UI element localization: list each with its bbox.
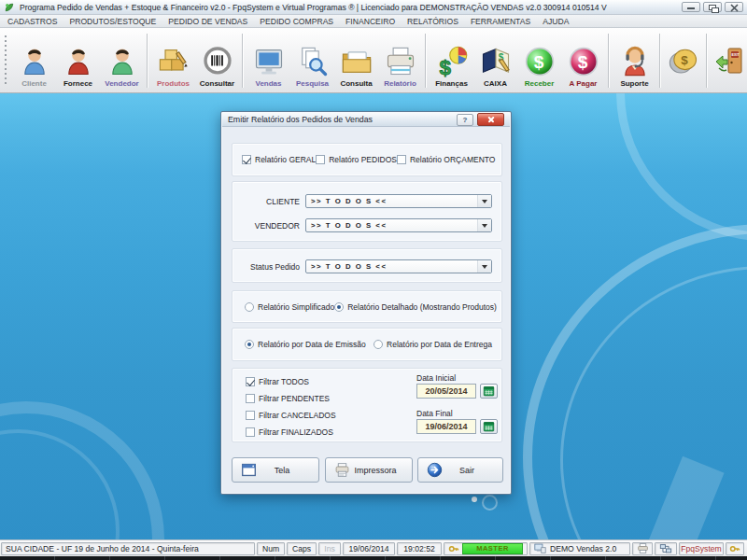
checkbox-filtrar-todos[interactable]: Filtrar TODOS [246,377,309,386]
bottom-strip [0,556,747,560]
dialog-title: Emitir Relatório dos Pedidos de Vendas [228,115,457,124]
checkbox-box [397,155,406,164]
toolbar-fornece-button[interactable]: Fornece [56,32,100,90]
dialog-help-button[interactable]: ? [457,114,473,126]
menu-financeiro[interactable]: FINANCEIRO [345,17,395,26]
network-icon [659,542,672,555]
emit-report-dialog: Emitir Relatório dos Pedidos de Vendas ?… [220,111,512,495]
menu-pedido-de-vendas[interactable]: PEDIDO DE VENDAS [168,17,247,26]
svg-text:$: $ [577,51,587,71]
toolbar-grip[interactable] [4,35,8,87]
sair-button[interactable]: Sair [417,457,503,483]
toolbar-cliente-button[interactable]: Cliente [12,32,56,90]
app-icon [4,2,15,13]
menu-ferramentas[interactable]: FERRAMENTAS [471,17,530,26]
window-close-button[interactable] [725,2,743,12]
status-app-name: DEMO Vendas 2.0 [529,542,630,555]
data-inicial-input[interactable]: 20/05/2014 [416,384,476,399]
menu-ajuda[interactable]: AJUDA [543,17,569,26]
receive-dollar-icon: $ [523,45,557,78]
data-final-label: Data Final [416,409,453,418]
toolbar-suporte-button[interactable]: Suporte [613,32,656,90]
key-icon [729,543,740,554]
checkbox-relatorio-pedidos[interactable]: Relatóro PEDIDOS [316,155,397,164]
application-window: Programa Pedido de Vendas + Estoque & Fi… [0,0,747,560]
toolbar-vendas-button[interactable]: Vendas [247,32,290,90]
products-boxes-icon [157,45,190,78]
checkbox-box [246,427,255,437]
toolbar-apagar-button[interactable]: $ A Pagar [561,32,605,90]
status-caps: Caps [287,542,317,555]
toolbar-vendedor-button[interactable]: Vendedor [100,32,144,90]
toolbar-separator [425,34,427,88]
checkbox-relatorio-geral[interactable]: Relatório GERAL [242,155,316,164]
toolbar-receber-button[interactable]: $ Receber [517,32,561,90]
status-ins: Ins [318,542,341,555]
menu-pedido-compras[interactable]: PEDIDO COMPRAS [260,17,333,26]
date-mode-group: Relatório por Data de Emissão Relatório … [232,328,502,361]
checkbox-box [242,155,251,164]
toolbar-separator [608,34,610,88]
status-user-level: MASTER [444,542,528,555]
exit-door-icon: EXIT [713,44,747,77]
status-key [726,542,744,555]
statusbar: SUA CIDADE - UF 19 de Junho de 2014 - Qu… [0,539,747,556]
cliente-select[interactable]: >> T O D O S << [305,194,492,208]
radio-relatorio-simplificado[interactable]: Relatório Simplificado [245,302,334,312]
toolbar-financas-button[interactable]: $ Finanças [430,32,473,90]
data-final-input[interactable]: 19/06/2014 [416,419,476,434]
svg-text:EXIT: EXIT [732,53,740,57]
radio-circle [245,340,254,349]
minimize-button[interactable] [682,2,700,12]
radio-circle [245,302,254,312]
status-network [655,542,677,555]
status-pedido-select[interactable]: >> T O D O S << [305,259,492,273]
chevron-down-icon [477,219,491,231]
query-folder-icon [340,45,374,78]
toolbar-produtos-button[interactable]: Produtos [151,32,195,90]
impressora-button[interactable]: Impressora [325,457,413,483]
status-printer [632,542,653,555]
checkbox-relatorio-orcamento[interactable]: Relatório ORÇAMENTO [397,155,495,164]
window-title: Programa Pedido de Vendas + Estoque & Fi… [20,3,676,12]
toolbar-pesquisa-button[interactable]: Pesquisa [290,32,334,90]
toolbar-relatorio-button[interactable]: Relatório [378,32,422,90]
checkbox-filtrar-finalizados[interactable]: Filtrar FINALIZADOS [246,427,333,437]
report-printer-icon [384,45,417,78]
restore-button[interactable] [703,2,722,12]
tela-button[interactable]: Tela [232,457,319,483]
detail-mode-group: Relatório Simplificado Relatório Detalha… [232,290,502,323]
data-inicial-calendar-button[interactable] [480,384,498,399]
toolbar-consulta-button[interactable]: Consulta [334,32,378,90]
checkbox-box [246,377,255,386]
status-location: SUA CIDADE - UF 19 de Junho de 2014 - Qu… [1,542,255,555]
radio-circle [374,340,383,349]
coin-icon: $ [667,44,700,77]
menu-produtos-estoque[interactable]: PRODUTOS/ESTOQUE [69,17,156,26]
toolbar-coin-button[interactable]: $ [664,32,703,90]
barcode-search-icon [201,45,234,78]
radio-data-emissao[interactable]: Relatório por Data de Emissão [245,340,366,349]
toolbar-separator [242,34,244,88]
menu-relatorios[interactable]: RELATÓRIOS [407,17,458,26]
search-documents-icon [296,45,330,78]
calendar-icon [483,421,495,432]
person-seller-icon [106,45,139,78]
toolbar-exit-button[interactable]: EXIT [711,32,747,90]
toolbar-separator [659,34,661,88]
checkbox-box [246,394,255,403]
toolbar-separator [706,34,708,88]
finance-dollar-pie-icon: $ [435,45,469,78]
data-final-calendar-button[interactable] [480,419,498,434]
checkbox-filtrar-pendentes[interactable]: Filtrar PENDENTES [246,394,330,403]
toolbar-caixa-button[interactable]: $ CAIXA [473,32,517,90]
cashbook-icon: $ [479,45,513,78]
radio-relatorio-detalhado[interactable]: Relatório Detalhado (Mostrando Produtos) [334,302,497,312]
toolbar-consultar-button[interactable]: Consultar [195,32,239,90]
computer-icon [534,542,546,554]
dialog-close-button[interactable] [477,113,504,126]
vendedor-select[interactable]: >> T O D O S << [305,218,492,232]
radio-data-entrega[interactable]: Relatório por Data de Entrega [374,340,492,349]
menu-cadastros[interactable]: CADASTROS [7,17,57,26]
checkbox-filtrar-cancelados[interactable]: Filtrar CANCELADOS [246,411,336,420]
